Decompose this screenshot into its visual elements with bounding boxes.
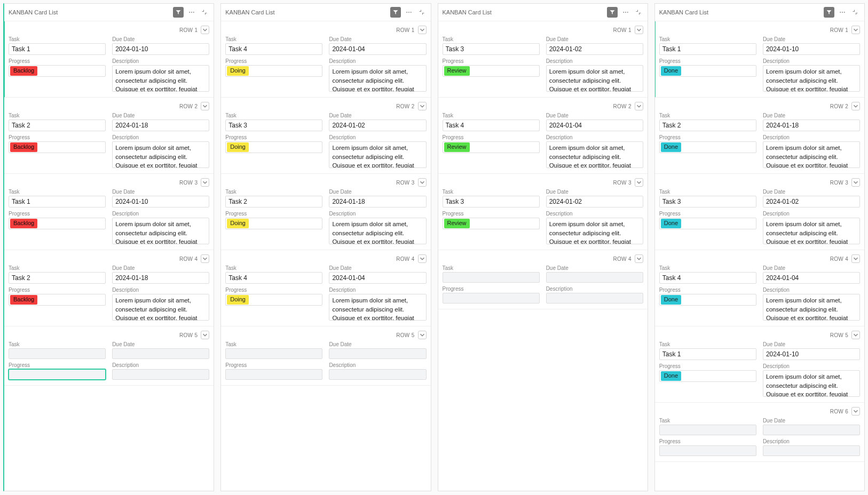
due-date-input[interactable] — [112, 272, 209, 284]
progress-badge[interactable]: Doing — [227, 142, 249, 152]
expand-card-button[interactable] — [418, 254, 427, 263]
description-input[interactable]: Lorem ipsum dolor sit amet, consectetur … — [763, 218, 860, 244]
card-row[interactable]: ROW 3TaskDue DateProgressDoneDescription… — [655, 174, 864, 250]
compress-icon[interactable] — [200, 7, 209, 17]
due-date-input[interactable] — [546, 196, 643, 207]
card-row[interactable]: ROW 4TaskDue DateProgressDoneDescription… — [655, 250, 864, 326]
description-input[interactable]: Lorem ipsum dolor sit amet, consectetur … — [546, 141, 643, 168]
progress-input[interactable]: Doing — [225, 218, 322, 229]
progress-input[interactable]: Doing — [225, 65, 322, 77]
expand-card-button[interactable] — [851, 331, 860, 339]
description-input[interactable] — [112, 369, 209, 380]
progress-badge[interactable]: Doing — [227, 66, 249, 76]
due-date-input[interactable] — [112, 119, 209, 131]
task-input[interactable] — [225, 119, 322, 131]
progress-badge[interactable]: Done — [661, 66, 681, 76]
due-date-input[interactable] — [112, 43, 209, 55]
progress-badge[interactable]: Backlog — [10, 66, 37, 76]
description-input[interactable]: Lorem ipsum dolor sit amet, consectetur … — [112, 218, 209, 244]
progress-input[interactable]: Done — [659, 370, 756, 382]
more-menu-icon[interactable] — [404, 7, 414, 17]
description-input[interactable]: Lorem ipsum dolor sit amet, consectetur … — [546, 218, 643, 244]
description-input[interactable]: Lorem ipsum dolor sit amet, consectetur … — [763, 370, 860, 397]
progress-input[interactable] — [659, 445, 756, 456]
card-row[interactable]: ROW 1TaskDue DateProgressDoingDescriptio… — [221, 21, 430, 98]
task-input[interactable] — [225, 43, 322, 55]
expand-card-button[interactable] — [851, 178, 860, 187]
more-menu-icon[interactable] — [621, 7, 630, 17]
progress-input[interactable]: Done — [659, 65, 756, 77]
expand-card-button[interactable] — [418, 178, 427, 187]
card-row[interactable]: ROW 3TaskDue DateProgressDoingDescriptio… — [221, 174, 430, 250]
expand-card-button[interactable] — [851, 254, 860, 263]
description-input[interactable]: Lorem ipsum dolor sit amet, consectetur … — [763, 65, 860, 92]
progress-input[interactable] — [443, 293, 540, 304]
due-date-input[interactable] — [763, 43, 860, 55]
task-input[interactable] — [659, 196, 756, 207]
compress-icon[interactable] — [850, 7, 860, 17]
task-input[interactable] — [443, 43, 540, 55]
due-date-input[interactable] — [763, 272, 860, 284]
expand-card-button[interactable] — [201, 254, 209, 263]
progress-badge[interactable]: Review — [444, 219, 470, 228]
card-row[interactable]: ROW 3TaskDue DateProgressReviewDescripti… — [438, 174, 648, 250]
description-input[interactable]: Lorem ipsum dolor sit amet, consectetur … — [546, 65, 643, 92]
expand-card-button[interactable] — [201, 331, 209, 339]
card-row[interactable]: ROW 5TaskDue DateProgressDoneDescription… — [655, 326, 864, 403]
due-date-input[interactable] — [763, 348, 860, 360]
card-row[interactable]: ROW 2TaskDue DateProgressDoingDescriptio… — [221, 98, 430, 174]
expand-card-button[interactable] — [851, 407, 860, 416]
progress-badge[interactable]: Doing — [227, 219, 249, 228]
expand-card-button[interactable] — [635, 254, 643, 263]
task-input[interactable] — [9, 348, 106, 359]
description-input[interactable]: Lorem ipsum dolor sit amet, consectetur … — [112, 65, 209, 92]
more-menu-icon[interactable] — [187, 7, 196, 17]
expand-card-button[interactable] — [635, 26, 643, 34]
card-row[interactable]: ROW 3TaskDue DateProgressBacklogDescript… — [4, 174, 214, 250]
task-input[interactable] — [659, 425, 756, 435]
task-input[interactable] — [659, 119, 756, 131]
progress-input[interactable]: Done — [659, 141, 756, 153]
task-input[interactable] — [9, 43, 106, 55]
card-row[interactable]: ROW 1TaskDue DateProgressBacklogDescript… — [4, 21, 214, 98]
card-row[interactable]: ROW 2TaskDue DateProgressDoneDescription… — [655, 98, 864, 174]
expand-card-button[interactable] — [851, 26, 860, 34]
due-date-input[interactable] — [112, 196, 209, 207]
task-input[interactable] — [659, 348, 756, 360]
due-date-input[interactable] — [329, 119, 426, 131]
progress-input[interactable]: Review — [443, 218, 540, 229]
progress-badge[interactable]: Backlog — [10, 142, 37, 152]
progress-input[interactable]: Done — [659, 218, 756, 229]
progress-input[interactable]: Backlog — [9, 294, 106, 306]
expand-card-button[interactable] — [418, 331, 427, 339]
progress-input[interactable]: Done — [659, 294, 756, 306]
progress-badge[interactable]: Review — [444, 66, 470, 76]
task-input[interactable] — [225, 348, 322, 359]
progress-badge[interactable]: Done — [661, 219, 681, 228]
due-date-input[interactable] — [546, 119, 643, 131]
expand-card-button[interactable] — [635, 178, 643, 187]
progress-badge[interactable]: Review — [444, 142, 470, 152]
progress-badge[interactable]: Backlog — [10, 219, 37, 228]
task-input[interactable] — [443, 272, 540, 283]
due-date-input[interactable] — [763, 196, 860, 207]
card-row[interactable]: ROW 2TaskDue DateProgressReviewDescripti… — [438, 98, 648, 174]
compress-icon[interactable] — [417, 7, 427, 17]
filter-icon[interactable] — [390, 7, 401, 18]
task-input[interactable] — [659, 43, 756, 55]
description-input[interactable]: Lorem ipsum dolor sit amet, consectetur … — [329, 65, 426, 92]
expand-card-button[interactable] — [418, 26, 427, 34]
description-input[interactable] — [763, 445, 860, 456]
expand-card-button[interactable] — [418, 102, 427, 110]
filter-icon[interactable] — [607, 7, 618, 18]
progress-input[interactable]: Doing — [225, 294, 322, 306]
expand-card-button[interactable] — [635, 102, 643, 110]
due-date-input[interactable] — [763, 119, 860, 131]
description-input[interactable]: Lorem ipsum dolor sit amet, consectetur … — [112, 294, 209, 321]
task-input[interactable] — [443, 196, 540, 207]
description-input[interactable]: Lorem ipsum dolor sit amet, consectetur … — [329, 141, 426, 168]
task-input[interactable] — [9, 272, 106, 284]
description-input[interactable]: Lorem ipsum dolor sit amet, consectetur … — [329, 294, 426, 321]
progress-badge[interactable]: Done — [661, 295, 681, 305]
card-row[interactable]: ROW 4TaskDue DateProgressDescription — [438, 250, 648, 309]
